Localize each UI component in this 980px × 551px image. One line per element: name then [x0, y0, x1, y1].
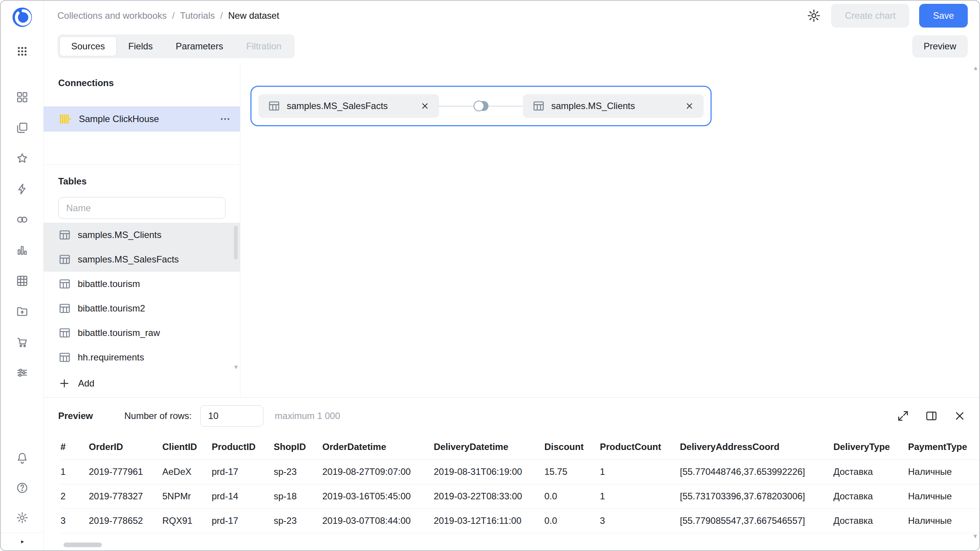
column-header: OrderID — [89, 434, 162, 460]
tables-title: Tables — [58, 176, 240, 187]
settings-gear-icon[interactable] — [807, 8, 821, 23]
connections-title: Connections — [58, 77, 240, 89]
table-icon — [58, 302, 71, 315]
star-icon[interactable] — [1, 143, 44, 174]
joined-table-chip-right[interactable]: samples.MS_Clients — [523, 94, 704, 118]
cell: 2019-778327 — [89, 484, 162, 509]
create-chart-button[interactable]: Create chart — [831, 4, 909, 28]
cell: Доставка — [833, 509, 908, 533]
breadcrumb-collections[interactable]: Collections and workbooks — [57, 10, 167, 21]
cell: Доставка — [833, 460, 908, 484]
cell: 1 — [600, 460, 680, 484]
cart-icon[interactable] — [1, 327, 44, 357]
cell: 2019-03-22T08:33:00 — [434, 484, 544, 509]
scroll-down-icon[interactable]: ▾ — [973, 532, 977, 540]
connection-item-sample-clickhouse[interactable]: Sample ClickHouse — [44, 106, 240, 132]
table-list-item[interactable]: samples.MS_SalesFacts — [44, 247, 240, 272]
collapse-play-icon[interactable] — [1, 533, 44, 550]
breadcrumb-separator: / — [172, 10, 175, 21]
preview-toggle-button[interactable]: Preview — [912, 35, 968, 57]
cell: 5NPMr — [162, 484, 212, 509]
folder-icon[interactable] — [1, 296, 44, 327]
remove-table-icon[interactable] — [684, 101, 694, 111]
toolbar: Sources Fields Parameters Filtration Pre… — [44, 31, 979, 62]
joined-table-name: samples.MS_Clients — [551, 101, 635, 111]
join-group[interactable]: samples.MS_SalesFacts samples.MS_Clients — [250, 86, 712, 126]
joined-table-name: samples.MS_SalesFacts — [287, 101, 388, 111]
add-table-button[interactable]: Add — [44, 370, 240, 397]
table-icon — [58, 228, 71, 241]
dashboards-icon[interactable] — [1, 82, 44, 112]
tab-filtration[interactable]: Filtration — [235, 36, 293, 56]
header: Collections and workbooks / Tutorials / … — [44, 1, 979, 31]
rows-count-input[interactable] — [200, 405, 263, 427]
joined-table-chip-left[interactable]: samples.MS_SalesFacts — [258, 94, 439, 118]
table-icon — [268, 99, 281, 112]
cell: Наличные — [908, 484, 979, 509]
remove-table-icon[interactable] — [420, 101, 430, 111]
save-button[interactable]: Save — [919, 4, 968, 28]
column-header: OrderDatetime — [322, 434, 434, 460]
cell: Наличные — [908, 460, 979, 484]
bar-chart-icon[interactable] — [1, 235, 44, 266]
cell: 2019-08-27T09:07:00 — [322, 460, 434, 484]
gear-icon[interactable] — [1, 503, 44, 533]
table-list-item[interactable]: bibattle.tourism2 — [44, 296, 240, 321]
column-header: ProductCount — [600, 434, 680, 460]
connection-name: Sample ClickHouse — [79, 114, 219, 124]
table-list-item[interactable]: hh.requirements — [44, 345, 240, 370]
column-header: Discount — [544, 434, 600, 460]
preview-table: # OrderID ClientID ProductID ShopID Orde… — [44, 434, 979, 550]
table-icon — [58, 351, 71, 364]
breadcrumb-current: New dataset — [228, 10, 279, 21]
cell: 1 — [60, 460, 89, 484]
table-name: bibattle.tourism — [78, 279, 140, 289]
more-icon[interactable] — [219, 113, 231, 125]
tab-fields[interactable]: Fields — [117, 36, 164, 56]
table-row: 1 2019-777961 AeDeX prd-17 sp-23 2019-08… — [60, 460, 979, 484]
close-icon[interactable] — [953, 409, 966, 422]
scroll-down-icon[interactable]: ▾ — [234, 364, 238, 370]
apps-grid-icon[interactable] — [1, 37, 44, 65]
layers-icon[interactable] — [1, 112, 44, 143]
expand-icon[interactable] — [897, 409, 910, 422]
breadcrumb-tutorials[interactable]: Tutorials — [180, 10, 215, 21]
cell: [55.731703396,37.678203006] — [680, 484, 833, 509]
cell: sp-23 — [274, 509, 322, 533]
horizontal-scrollbar-thumb[interactable] — [64, 543, 102, 547]
cell: 1 — [600, 484, 680, 509]
help-icon[interactable] — [1, 473, 44, 503]
bell-icon[interactable] — [1, 443, 44, 473]
cell: [55.779085547,37.667546557] — [680, 509, 833, 533]
cell: 15.75 — [544, 460, 600, 484]
tab-parameters[interactable]: Parameters — [164, 36, 235, 56]
table-list-item[interactable]: bibattle.tourism_raw — [44, 321, 240, 345]
cell: prd-14 — [212, 484, 274, 509]
cell: Наличные — [908, 509, 979, 533]
join-venn-icon[interactable] — [470, 99, 492, 113]
lightning-icon[interactable] — [1, 174, 44, 204]
tab-sources[interactable]: Sources — [59, 36, 117, 56]
cell: prd-17 — [212, 460, 274, 484]
table-search-input[interactable] — [58, 197, 225, 219]
table-list-item[interactable]: samples.MS_Clients — [44, 223, 240, 247]
divider — [44, 165, 240, 165]
preview-header: Preview Number of rows: maximum 1 000 — [44, 398, 979, 434]
left-rail — [1, 1, 44, 550]
join-canvas: samples.MS_SalesFacts samples.MS_Clients — [240, 62, 979, 397]
table-grid-icon[interactable] — [1, 266, 44, 296]
scroll-up-icon[interactable]: ▴ — [974, 64, 977, 72]
table-list-item[interactable]: bibattle.tourism — [44, 272, 240, 296]
table-icon — [58, 326, 71, 339]
cell: sp-23 — [274, 460, 322, 484]
column-header: PaymentType — [908, 434, 979, 460]
rings-icon[interactable] — [1, 204, 44, 235]
cell: 0.0 — [544, 484, 600, 509]
split-view-icon[interactable] — [925, 409, 938, 422]
cell: sp-18 — [274, 484, 322, 509]
cell: 2019-03-16T05:45:00 — [322, 484, 434, 509]
sliders-icon[interactable] — [1, 357, 44, 388]
breadcrumb-separator: / — [220, 10, 223, 21]
list-scrollbar-thumb[interactable] — [234, 226, 238, 259]
datalens-logo[interactable] — [11, 6, 33, 28]
